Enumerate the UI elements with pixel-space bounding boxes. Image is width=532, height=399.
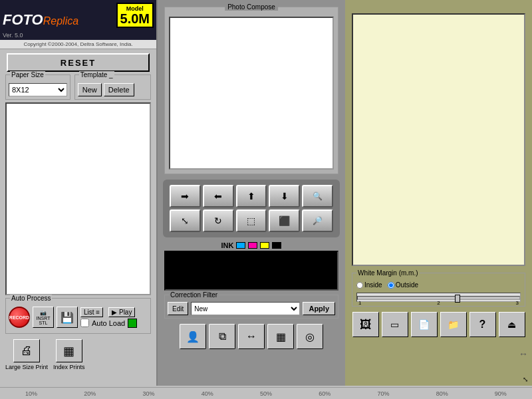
bottom-icons: 🖨 Large Size Print ▦ Index Prints <box>0 336 156 373</box>
slider-track <box>357 296 520 300</box>
template-new-button[interactable]: New <box>78 83 102 96</box>
model-number: 5.0M <box>120 12 150 25</box>
zoom-2: 30% <box>120 390 177 397</box>
correction-filter-select[interactable]: New Filter1 Filter2 <box>191 302 300 315</box>
auto-load-label: Auto Load <box>92 319 125 327</box>
flip-v-button[interactable]: ⬛ <box>269 209 300 232</box>
paper-size-select[interactable]: 8X12 4X6 5X7 6X8 <box>9 83 67 96</box>
circle-layout-button[interactable]: ◎ <box>297 324 323 349</box>
template-group: Template _ New Delete <box>74 74 151 100</box>
correction-row: Edit New Filter1 Filter2 Apply <box>168 302 335 315</box>
flip-h-button[interactable]: ⬚ <box>236 209 267 232</box>
template-delete-button[interactable]: Delete <box>104 83 134 96</box>
zoom-3: 40% <box>179 390 236 397</box>
auto-load-row: Auto Load <box>80 319 148 328</box>
right-preview <box>352 13 525 266</box>
logo-area: FOTO Replica Ver. 5.0 Model 5.0M <box>0 0 156 40</box>
inside-radio[interactable] <box>356 282 363 289</box>
help-button[interactable]: ? <box>469 312 496 337</box>
correction-filter-section: Correction Filter Edit New Filter1 Filte… <box>164 295 338 319</box>
move-up-button[interactable]: ⬆ <box>236 185 267 207</box>
save-button[interactable]: 💾 <box>57 307 78 328</box>
bottom-center-icons: 👤 ⧉ ↔ ▦ ◎ <box>158 319 345 352</box>
zoom-6: 70% <box>354 390 412 397</box>
controls-row: Paper Size 8X12 4X6 5X7 6X8 Template _ N… <box>0 74 156 100</box>
paper-size-label: Paper Size <box>10 71 45 78</box>
insert-still-button[interactable]: 📷 INSRTSTL <box>33 307 54 328</box>
large-size-print-button[interactable]: 🖨 <box>13 339 40 362</box>
rotate-button[interactable]: ↻ <box>203 209 234 232</box>
play-button[interactable]: ▶ Play <box>108 307 135 317</box>
right-bottom-icons: 🖼 ▭ 📄 📁 ? ⏏ <box>345 307 532 342</box>
list-play-row: List ≡ ▶ Play <box>80 307 148 317</box>
apply-button[interactable]: Apply <box>303 302 335 315</box>
ink-row: INK <box>158 241 345 249</box>
move-arrows: ↔ <box>519 348 528 359</box>
move-left-button[interactable]: ⬅ <box>203 185 234 207</box>
slider-ticks: 1 2 3 <box>357 300 520 306</box>
left-arrow-icon: ↔ <box>519 348 528 359</box>
auto-process-row: RECORD 📷 INSRTSTL 💾 List ≡ ▶ Play Auto L… <box>9 307 148 328</box>
exit-button[interactable]: ⏏ <box>499 312 525 337</box>
index-prints-button[interactable]: ▦ <box>56 339 82 362</box>
edit-button[interactable]: Edit <box>168 302 188 315</box>
logo-foto: FOTO <box>3 11 43 29</box>
zoom-8: 90% <box>472 390 529 397</box>
copy-layout-button[interactable]: ⧉ <box>209 324 235 349</box>
shrink-button[interactable]: ⤡ <box>170 209 201 232</box>
zoom-in-button[interactable]: 🔍 <box>302 185 333 207</box>
grid-layout-button[interactable]: ▦ <box>267 324 294 349</box>
thumbnail-panel <box>5 102 151 295</box>
outside-label: Outside <box>396 281 418 289</box>
stack-button[interactable]: ▭ <box>382 312 408 337</box>
version-text: Ver. 5.0 <box>3 32 23 39</box>
control-grid: ➡ ⬅ ⬆ ⬇ 🔍 ⤡ ↻ ⬚ ⬛ 🔎 <box>163 180 340 237</box>
auto-load-checkbox[interactable] <box>80 319 89 327</box>
outside-radio[interactable] <box>388 282 394 289</box>
photo-compose-label: Photo Compose <box>225 3 278 11</box>
reset-button[interactable]: RESET <box>7 53 150 72</box>
record-button[interactable]: RECORD <box>9 307 30 328</box>
paper-size-group: Paper Size 8X12 4X6 5X7 6X8 <box>5 74 70 100</box>
correction-filter-label: Correction Filter <box>169 291 219 299</box>
black-preview <box>164 251 338 291</box>
radio-row: Inside Outside <box>356 281 521 289</box>
margin-slider-row: 1 2 3 <box>356 293 521 302</box>
folder-button[interactable]: 📁 <box>440 312 467 337</box>
template-label: Template _ <box>79 71 114 78</box>
index-prints-group[interactable]: ▦ Index Prints <box>53 339 85 370</box>
zoom-7: 80% <box>414 390 471 397</box>
photo-compose-frame: Photo Compose <box>164 7 338 174</box>
resize-handle[interactable]: ⤡ <box>519 372 532 386</box>
left-panel: FOTO Replica Ver. 5.0 Model 5.0M Copyrig… <box>0 0 158 386</box>
margin-slider[interactable]: 1 2 3 <box>356 293 521 302</box>
zoom-4: 50% <box>237 390 295 397</box>
ink-magenta <box>248 242 257 249</box>
move-down-button[interactable]: ⬇ <box>269 185 300 207</box>
ink-black <box>272 242 281 249</box>
inside-radio-item: Inside <box>356 281 382 289</box>
logo-replica: Replica <box>43 15 78 27</box>
ink-label: INK <box>221 241 234 249</box>
flip-layout-button[interactable]: ↔ <box>238 324 265 349</box>
list-button[interactable]: List ≡ <box>80 307 103 317</box>
zoom-bar: 10% 20% 30% 40% 50% 60% 70% 80% 90% <box>0 387 532 399</box>
zoom-5: 60% <box>296 390 353 397</box>
right-panel: ↔ White Margin (m.m.) Inside Outside 1 2 <box>345 0 532 386</box>
auto-process-section: Auto Process RECORD 📷 INSRTSTL 💾 List ≡ … <box>5 298 151 334</box>
zoom-0: 10% <box>3 390 60 397</box>
outside-radio-item: Outside <box>388 281 418 289</box>
auto-process-label: Auto Process <box>10 295 52 302</box>
white-margin-section: White Margin (m.m.) Inside Outside 1 2 3 <box>352 273 525 307</box>
photo-frame-button[interactable]: 🖼 <box>352 312 379 337</box>
record-label: RECORD <box>9 315 29 320</box>
large-size-print-group[interactable]: 🖨 Large Size Print <box>5 339 48 370</box>
center-panel: Photo Compose ➡ ⬅ ⬆ ⬇ 🔍 ⤡ ↻ ⬚ ⬛ 🔎 INK Co… <box>158 0 345 386</box>
photo-canvas <box>169 17 334 170</box>
person-button[interactable]: 👤 <box>180 324 206 349</box>
move-right-button[interactable]: ➡ <box>170 185 201 207</box>
white-margin-label: White Margin (m.m.) <box>356 269 420 277</box>
zoom-out-button[interactable]: 🔎 <box>302 209 333 232</box>
doc-button[interactable]: 📄 <box>411 312 438 337</box>
status-indicator <box>128 319 137 328</box>
